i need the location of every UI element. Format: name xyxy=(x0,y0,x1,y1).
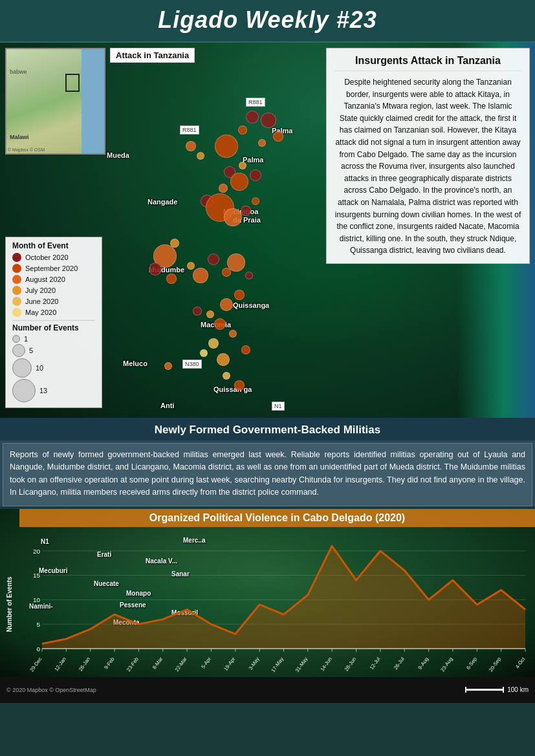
legend-month-title: Month of Event xyxy=(12,241,95,250)
inset-label-babwe: babwe xyxy=(10,69,27,75)
legend-size-item: 5 xyxy=(12,344,95,357)
legend-month-item: May 2020 xyxy=(12,308,95,317)
svg-text:12-Jul: 12-Jul xyxy=(369,656,382,671)
svg-text:4-Oct: 4-Oct xyxy=(514,656,527,669)
event-dot xyxy=(166,274,177,284)
map-place-label: Palma xyxy=(243,156,263,164)
chart-y-label: Number of Events xyxy=(0,532,19,677)
map-place-label: Nangade xyxy=(147,198,177,206)
legend-month-item: September 2020 xyxy=(12,264,95,273)
road-n1-top: N1 xyxy=(272,402,285,411)
map-place-label: Mueda xyxy=(107,151,129,159)
event-dot xyxy=(224,208,242,226)
event-dot xyxy=(252,197,259,205)
map-place-label: Quissanga xyxy=(233,301,269,309)
legend-month-item: June 2020 xyxy=(12,297,95,306)
attack-label: Attack in Tanzania xyxy=(110,48,195,63)
chart-y-text: Number of Events xyxy=(6,576,14,632)
svg-text:10: 10 xyxy=(33,596,41,603)
event-dot xyxy=(219,184,228,193)
chart-copyright: © 2020 Mapbox © OpenStreetMap xyxy=(6,687,96,693)
event-dot xyxy=(239,162,246,169)
svg-text:6-Sep: 6-Sep xyxy=(465,656,478,671)
legend-size-item: 10 xyxy=(12,358,95,378)
inset-label-malawi: Malawi xyxy=(10,134,29,140)
map-place-label: Meluco xyxy=(123,360,147,367)
event-dot xyxy=(234,380,245,391)
event-dot xyxy=(214,318,226,330)
svg-text:15: 15 xyxy=(33,572,41,579)
event-dot xyxy=(227,254,245,272)
svg-text:19-Apr: 19-Apr xyxy=(223,656,236,672)
event-dot xyxy=(229,330,237,338)
top-map-section: Malawi babwe © Mapbox © OSM Attack in Ta… xyxy=(0,43,535,418)
militia-text: Reports of newly formed government-backe… xyxy=(3,443,532,506)
event-dot xyxy=(230,173,248,191)
scale-label: 100 km xyxy=(507,686,529,693)
svg-text:9-Feb: 9-Feb xyxy=(103,656,116,670)
legend-size-item: 1 xyxy=(12,335,95,343)
legend-size-title: Number of Events xyxy=(12,323,95,332)
svg-text:23-Aug: 23-Aug xyxy=(439,656,453,673)
info-panel-text: Despite heightened security along the Ta… xyxy=(334,76,521,257)
inset-copyright: © Mapbox © OSM xyxy=(8,147,45,152)
event-dot xyxy=(220,298,233,311)
event-dot xyxy=(217,353,230,366)
svg-text:12-Jan: 12-Jan xyxy=(54,656,67,672)
event-dot xyxy=(193,268,208,283)
legend-month-item: October 2020 xyxy=(12,253,95,262)
svg-text:17-May: 17-May xyxy=(270,656,285,673)
scale-bar: 100 km xyxy=(465,686,529,693)
svg-text:23-Feb: 23-Feb xyxy=(126,656,140,673)
svg-text:26-Jul: 26-Jul xyxy=(393,656,406,671)
event-dot xyxy=(241,206,251,216)
event-dot xyxy=(250,169,261,181)
info-panel-title: Insurgents Attack in Tanzania xyxy=(334,55,521,71)
event-dot xyxy=(164,362,172,370)
svg-text:26-Jan: 26-Jan xyxy=(78,656,91,672)
event-dot xyxy=(208,338,219,349)
svg-text:14-Jun: 14-Jun xyxy=(319,656,333,672)
svg-text:8-Mar: 8-Mar xyxy=(151,656,164,670)
legend-month-item: August 2020 xyxy=(12,275,95,284)
svg-text:9-Aug: 9-Aug xyxy=(417,656,430,670)
svg-text:3-May: 3-May xyxy=(248,656,261,671)
chart-title: Organized Political Violence in Cabo Del… xyxy=(26,512,529,524)
event-dot xyxy=(149,263,162,275)
militia-section: Newly Formed Government-Backed Militias … xyxy=(0,418,535,506)
chart-container: 0510152029-Dec12-Jan26-Jan9-Feb23-Feb8-M… xyxy=(19,532,535,677)
militia-header: Newly Formed Government-Backed Militias xyxy=(0,420,535,440)
scale-line xyxy=(465,689,504,691)
road-r881-left: R881 xyxy=(180,125,199,135)
chart-section: Number of Events Organized Political Vio… xyxy=(0,509,535,703)
chart-header: Organized Political Violence in Cabo Del… xyxy=(19,509,535,527)
inset-map: Malawi babwe © Mapbox © OSM xyxy=(5,48,105,155)
svg-text:5-Apr: 5-Apr xyxy=(200,656,212,669)
map-legend: Month of Event October 2020September 202… xyxy=(5,237,102,408)
event-dot xyxy=(246,111,259,124)
event-dot xyxy=(273,131,283,142)
page-header: Ligado Weekly #23 xyxy=(0,0,535,43)
page-title: Ligado Weekly #23 xyxy=(0,6,535,34)
svg-text:20-Sep: 20-Sep xyxy=(488,656,503,673)
map-place-label: Anti xyxy=(160,402,174,409)
legend-month-item: July 2020 xyxy=(12,286,95,295)
event-dot xyxy=(238,125,247,135)
svg-text:28-Jun: 28-Jun xyxy=(344,656,357,672)
event-dot xyxy=(200,349,208,357)
chart-bottom-bar: © 2020 Mapbox © OpenStreetMap 100 km xyxy=(0,677,535,703)
event-dot xyxy=(197,152,204,160)
svg-text:31-May: 31-May xyxy=(294,656,309,673)
event-dot xyxy=(245,272,253,279)
map-place-label: Quissan ga xyxy=(213,385,252,393)
event-dot xyxy=(193,307,202,316)
svg-text:0: 0 xyxy=(36,645,40,652)
event-dot xyxy=(234,290,245,300)
event-dot xyxy=(208,254,219,265)
event-dot xyxy=(187,262,195,270)
svg-text:20: 20 xyxy=(33,547,41,554)
event-dot xyxy=(186,141,196,151)
svg-text:29-Dec: 29-Dec xyxy=(28,656,43,673)
event-dot xyxy=(258,139,266,147)
svg-text:5: 5 xyxy=(36,621,40,628)
